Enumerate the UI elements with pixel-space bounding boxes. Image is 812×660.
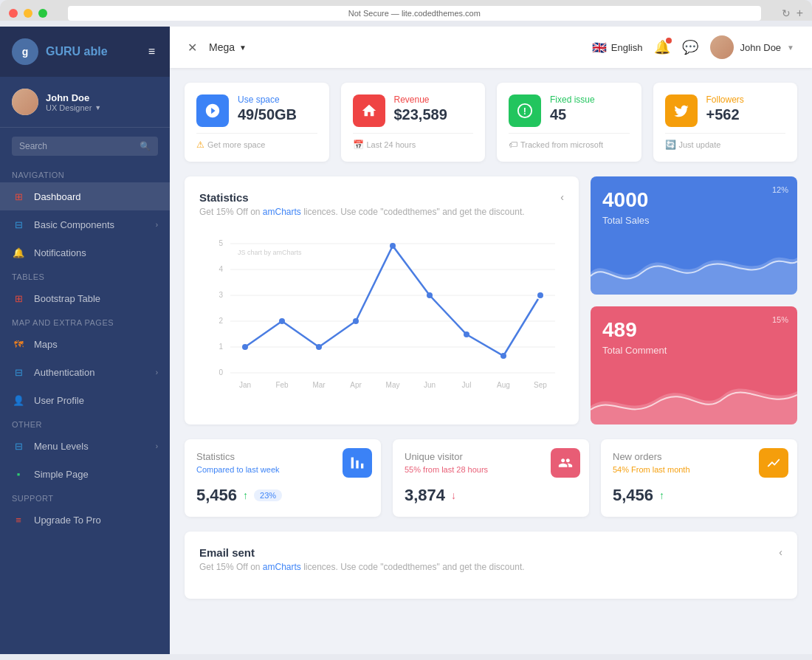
refresh-icon: 🔄 [665,140,676,150]
user-profile-icon: 👤 [12,393,25,407]
sidebar-item-basic-components[interactable]: ⊟ Basic Components › [0,210,170,238]
svg-text:4: 4 [219,265,223,273]
sidebar-item-menu-levels[interactable]: ⊟ Menu Levels › [0,432,170,460]
bottom-card-unique-visitor: Unique visitor 55% from last 28 hours 3,… [393,439,589,517]
sidebar-item-user-profile[interactable]: 👤 User Profile [0,386,170,414]
search-wrap: 🔍 [12,137,158,156]
messages-button[interactable]: 💬 [682,39,698,55]
browser-maximize[interactable] [38,9,47,18]
chevron-right-icon-auth: › [156,368,158,377]
new-tab-icon[interactable]: + [796,7,803,20]
svg-point-28 [390,243,396,249]
notification-bell-button[interactable]: 🔔 [654,39,670,55]
avatar [12,89,38,115]
use-space-icon [196,94,229,127]
chevron-right-icon-menu: › [156,442,158,450]
top-header: ✕ Mega ▼ 🇬🇧 English 🔔 💬 [170,27,812,68]
language-selector[interactable]: 🇬🇧 English [592,41,643,55]
svg-point-29 [427,292,433,298]
total-sales-wave [591,236,797,295]
sidebar-item-notifications[interactable]: 🔔 Notifications [0,238,170,267]
amcharts-link-email[interactable]: amCharts [263,562,301,572]
bottom-card-statistics: Statistics Compared to last week 5,456 ↑… [185,439,381,517]
mega-label: Mega [209,41,235,53]
sidebar-item-label-authentication: Authentication [34,367,147,378]
user-name: John Doe [46,92,158,103]
amcharts-link[interactable]: amCharts [263,207,301,217]
sidebar-item-dashboard[interactable]: ⊞ Dashboard [0,182,170,210]
followers-footer-text: Just update [679,140,721,149]
fixed-issue-label: Fixed issue [550,94,630,105]
svg-point-26 [316,344,322,350]
sidebar-item-label-maps: Maps [34,339,158,350]
total-comment-wave [591,365,797,424]
sidebar-toggle-button[interactable]: ≡ [145,42,158,61]
bootstrap-table-icon: ⊞ [12,292,25,305]
svg-text:2: 2 [219,317,223,325]
upgrade-pro-icon: ≡ [12,513,25,526]
section-label-navigation: Navigation [0,165,170,182]
sidebar: g GURU able ≡ John Doe UX Designer ▼ 🔍 [0,27,170,654]
svg-point-25 [279,318,285,324]
email-card-collapse-button[interactable]: ‹ [779,546,782,558]
followers-footer: 🔄 Just update [665,133,786,150]
use-space-label: Use space [238,94,317,105]
mega-chevron-icon: ▼ [239,44,247,52]
unique-visitor-value: 3,874 ↓ [405,486,577,505]
stat-card-fixed-issue: ! Fixed issue 45 🏷 Tracked from microsof… [497,83,641,162]
unique-visitor-icon [551,448,580,478]
mega-menu-button[interactable]: Mega ▼ [209,41,247,53]
notifications-icon: 🔔 [12,246,25,259]
notification-badge [666,38,672,44]
warning-icon: ⚠ [196,140,204,150]
sidebar-item-label-simple-page: Simple Page [34,469,158,480]
header-toggle-icon[interactable]: ✕ [187,41,197,55]
simple-page-icon: ▪ [12,467,25,481]
search-input[interactable] [19,141,135,151]
fixed-issue-footer-text: Tracked from microsoft [520,140,603,149]
statistics-week-badge: 23% [254,489,282,501]
sidebar-item-upgrade-pro[interactable]: ≡ Upgrade To Pro [0,506,170,534]
app-wrapper: g GURU able ≡ John Doe UX Designer ▼ 🔍 [0,27,812,654]
sidebar-item-label-user-profile: User Profile [34,395,158,406]
sidebar-item-label-menu-levels: Menu Levels [34,441,147,452]
logo-text: GURU able [46,45,108,58]
sidebar-item-label-bootstrap-table: Bootstrap Table [34,293,158,304]
fixed-issue-footer: 🏷 Tracked from microsoft [509,133,630,150]
mini-stat-total-sales: 12% 4000 Total Sales [591,176,797,295]
revenue-footer-text: Last 24 hours [367,140,416,149]
browser-close[interactable] [9,9,18,18]
sidebar-item-label-basic-components: Basic Components [34,219,147,230]
followers-label: Followers [706,94,786,105]
revenue-label: Revenue [394,94,474,105]
bottom-cards-row: Statistics Compared to last week 5,456 ↑… [185,439,797,517]
total-sales-label: Total Sales [602,215,785,226]
stat-card-followers: Followers +562 🔄 Just update [653,83,798,162]
sidebar-user: John Doe UX Designer ▼ [0,77,170,128]
new-orders-arrow-up-icon: ↑ [659,489,664,501]
sidebar-item-bootstrap-table[interactable]: ⊞ Bootstrap Table [0,284,170,312]
header-user[interactable]: John Doe ▼ [710,35,794,59]
chart-collapse-button[interactable]: ‹ [560,191,564,203]
mini-stat-total-comment: 15% 489 Total Comment [591,306,797,424]
statistics-week-icon [343,448,372,478]
svg-point-24 [242,344,248,350]
statistics-week-value: 5,456 ↑ 23% [196,486,369,505]
browser-minimize[interactable] [24,9,32,18]
svg-text:Apr: Apr [350,381,362,389]
chevron-right-icon: › [156,221,158,229]
total-comment-label: Total Comment [602,345,785,356]
refresh-icon[interactable]: ↻ [782,7,791,19]
new-orders-value: 5,456 ↑ [613,486,785,505]
svg-text:5: 5 [219,239,223,247]
svg-text:May: May [386,381,400,389]
user-role: UX Designer ▼ [46,103,158,112]
unique-visitor-arrow-down-icon: ↓ [451,489,456,501]
user-role-chevron: ▼ [94,104,101,111]
sidebar-item-simple-page[interactable]: ▪ Simple Page [0,460,170,488]
url-bar: Not Secure — lite.codedthemes.com [68,6,761,21]
sidebar-logo: g GURU able ≡ [0,27,170,77]
sidebar-item-authentication[interactable]: ⊟ Authentication › [0,358,170,386]
revenue-icon [353,94,385,127]
sidebar-item-maps[interactable]: 🗺 Maps [0,330,170,358]
